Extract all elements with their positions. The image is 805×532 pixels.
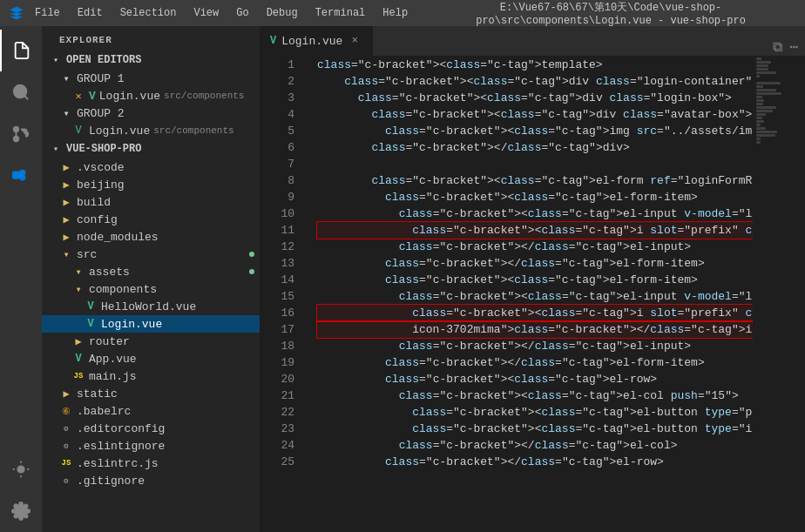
code-line[interactable]: class="c-bracket"><class="c-tag">el-row> xyxy=(317,371,753,387)
menu-terminal[interactable]: Terminal xyxy=(312,5,369,21)
vue-icon-g1: V xyxy=(89,90,96,103)
code-editor[interactable]: class="c-bracket"><class="c-tag">templat… xyxy=(303,57,753,532)
title-bar: File Edit Selection View Go Debug Termin… xyxy=(0,0,805,26)
modified-icon: ✕ xyxy=(71,89,85,103)
code-line[interactable]: class="c-bracket"><class="c-tag">div cla… xyxy=(317,73,753,90)
code-line[interactable]: class="c-bracket"><class="c-tag">templat… xyxy=(317,57,753,73)
line-numbers: 1234567891011121314151617181920212223242… xyxy=(260,57,303,532)
code-line[interactable]: class="c-bracket"><class="c-tag">el-form… xyxy=(317,272,753,288)
window-title: E:\Vue67-68\67\第10天\Code\vue-shop-pro\sr… xyxy=(425,0,796,27)
minimap-line xyxy=(756,99,764,102)
group2-header[interactable]: ▾ GROUP 2 xyxy=(42,104,260,122)
code-line[interactable]: class="c-bracket"><class="c-tag">i slot=… xyxy=(317,222,753,239)
sidebar-item-config[interactable]: ▶ config xyxy=(42,211,260,228)
sidebar-item-babelrc[interactable]: ⑥ .babelrc xyxy=(42,402,260,420)
line-number: 6 xyxy=(260,139,294,156)
folder-icon-vscode: ▶ xyxy=(59,160,73,174)
sidebar-item-helloworld[interactable]: V HelloWorld.vue xyxy=(42,298,260,315)
line-number: 15 xyxy=(260,288,294,305)
sidebar-item-build[interactable]: ▶ build xyxy=(42,193,260,211)
js-icon-main: JS xyxy=(71,369,85,383)
tab-vue-icon: V xyxy=(270,35,276,47)
code-line[interactable]: class="c-bracket"><class="c-tag">el-form… xyxy=(317,172,753,189)
code-line[interactable]: class="c-bracket"><class="c-tag">el-inpu… xyxy=(317,288,753,305)
svg-rect-5 xyxy=(13,172,19,178)
code-line[interactable]: class="c-bracket"><class="c-tag">div cla… xyxy=(317,90,753,106)
folder-icon-config: ▶ xyxy=(59,212,73,226)
tab-close-button[interactable]: × xyxy=(348,34,362,48)
code-line[interactable]: class="c-bracket"></class="c-tag">el-inp… xyxy=(317,239,753,255)
config-icon-editor: ⚙ xyxy=(59,421,73,435)
group2-login-vue[interactable]: V Login.vue src/components xyxy=(42,122,260,139)
sidebar-item-router[interactable]: ▶ router xyxy=(42,333,260,350)
src-label: src xyxy=(77,248,97,261)
code-line[interactable]: class="c-bracket"><class="c-tag">el-butt… xyxy=(317,404,753,421)
settings-activity-icon[interactable] xyxy=(0,490,42,532)
sidebar-item-vscode[interactable]: ▶ .vscode xyxy=(42,158,260,176)
line-number: 1 xyxy=(260,57,294,73)
folder-icon-static: ▶ xyxy=(59,387,73,401)
menu-file[interactable]: File xyxy=(31,5,64,21)
menu-debug[interactable]: Debug xyxy=(263,5,301,21)
sidebar-item-main-js[interactable]: JS main.js xyxy=(42,367,260,385)
code-line[interactable]: class="c-bracket"><class="c-tag">el-butt… xyxy=(317,421,753,437)
sidebar-item-app-vue[interactable]: V App.vue xyxy=(42,350,260,367)
sidebar-item-eslintignore[interactable]: ⚙ .eslintignore xyxy=(42,437,260,455)
sidebar-item-components[interactable]: ▾ components xyxy=(42,280,260,298)
code-line[interactable] xyxy=(317,156,753,172)
code-line[interactable]: class="c-bracket"><class="c-tag">img src… xyxy=(317,123,753,139)
code-line[interactable]: class="c-bracket"></class="c-tag">el-inp… xyxy=(317,338,753,354)
minimap-line xyxy=(756,127,766,130)
group2-file-path: src/components xyxy=(153,125,233,136)
sidebar-item-src[interactable]: ▾ src xyxy=(42,246,260,263)
sidebar-item-assets[interactable]: ▾ assets xyxy=(42,263,260,280)
code-line[interactable]: class="c-bracket"><class="c-tag">el-inpu… xyxy=(317,205,753,222)
group1-login-vue[interactable]: ✕ V Login.vue src/components xyxy=(42,87,260,104)
project-chevron: ▾ xyxy=(49,142,63,156)
code-line[interactable]: class="c-bracket"><class="c-tag">el-form… xyxy=(317,189,753,205)
menu-go[interactable]: Go xyxy=(233,5,252,21)
sidebar-item-login-vue[interactable]: V Login.vue xyxy=(42,315,260,333)
open-editors-section[interactable]: ▾ OPEN EDITORS xyxy=(42,51,260,70)
search-activity-icon[interactable] xyxy=(0,71,42,113)
code-line[interactable]: class="c-bracket"><class="c-tag">div cla… xyxy=(317,106,753,123)
split-editor-icon[interactable]: ⧉ xyxy=(773,39,782,56)
extensions-activity-icon[interactable] xyxy=(0,155,42,197)
code-line[interactable]: class="c-bracket"><class="c-tag">i slot=… xyxy=(317,305,753,321)
build-label: build xyxy=(77,196,111,209)
menu-selection[interactable]: Selection xyxy=(117,5,180,21)
code-line[interactable]: class="c-bracket"></class="c-tag">el-for… xyxy=(317,255,753,272)
group1-label: GROUP 1 xyxy=(77,72,125,85)
minimap-line xyxy=(756,113,766,116)
menu-edit[interactable]: Edit xyxy=(74,5,106,21)
sidebar-item-node-modules[interactable]: ▶ node_modules xyxy=(42,228,260,246)
menu-help[interactable]: Help xyxy=(379,5,411,21)
code-line[interactable]: class="c-bracket"></class="c-tag">el-for… xyxy=(317,354,753,371)
code-line[interactable]: class="c-bracket"></class="c-tag">el-row… xyxy=(317,454,753,470)
components-label: components xyxy=(89,283,157,296)
tab-login-vue[interactable]: V Login.vue × xyxy=(260,26,373,56)
sidebar-item-editorconfig[interactable]: ⚙ .editorconfig xyxy=(42,420,260,437)
code-line[interactable]: icon-3702mima">class="c-bracket"></class… xyxy=(317,321,753,338)
sidebar-item-static[interactable]: ▶ static xyxy=(42,385,260,402)
group1-header[interactable]: ▾ GROUP 1 xyxy=(42,70,260,87)
source-control-activity-icon[interactable] xyxy=(0,113,42,155)
code-line[interactable]: class="c-bracket"></class="c-tag">div> xyxy=(317,139,753,156)
more-actions-icon[interactable]: ⋯ xyxy=(789,38,798,56)
line-number: 19 xyxy=(260,354,294,371)
sidebar-item-gitignore[interactable]: ⚙ .gitignore xyxy=(42,472,260,489)
project-section[interactable]: ▾ VUE-SHOP-PRO xyxy=(42,139,260,158)
line-number: 7 xyxy=(260,156,294,172)
explorer-activity-icon[interactable] xyxy=(0,30,42,71)
sidebar-item-eslintrc[interactable]: JS .eslintrc.js xyxy=(42,455,260,472)
line-number: 23 xyxy=(260,421,294,437)
sidebar-item-beijing[interactable]: ▶ beijing xyxy=(42,176,260,193)
debug-activity-icon[interactable] xyxy=(0,448,42,490)
folder-icon-router: ▶ xyxy=(71,334,85,348)
code-line[interactable]: class="c-bracket"></class="c-tag">el-col… xyxy=(317,437,753,454)
menu-view[interactable]: View xyxy=(190,5,222,21)
minimap-line xyxy=(756,61,771,64)
line-number: 3 xyxy=(260,90,294,106)
sidebar-header: EXPLORER xyxy=(42,26,260,51)
code-line[interactable]: class="c-bracket"><class="c-tag">el-col … xyxy=(317,387,753,404)
